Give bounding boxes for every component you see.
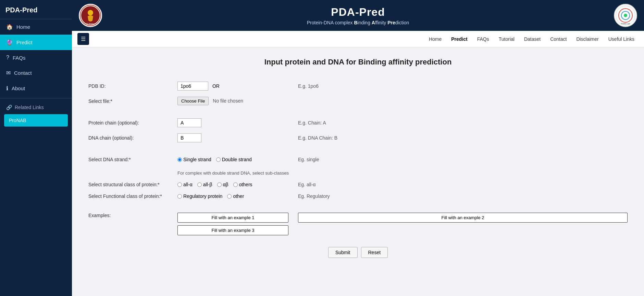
func-class-hint: Eg. Regulatory <box>291 192 630 200</box>
sidebar-item-faqs[interactable]: ? FAQs <box>0 50 72 65</box>
single-strand-radio[interactable] <box>177 157 182 162</box>
dna-chain-hint: E.g. DNA Chain: B <box>291 132 630 144</box>
double-strand-label: Double strand <box>222 157 252 162</box>
link-icon: 🔗 <box>6 105 12 110</box>
right-logo: Protein Lab <box>614 4 637 27</box>
others-radio[interactable] <box>233 182 238 187</box>
main-content: IIT Madras PDA-Pred Protein-DNA complex … <box>72 0 644 296</box>
sidebar-item-about-label: About <box>12 85 25 91</box>
home-icon: 🏠 <box>6 24 13 30</box>
svg-text:Protein Lab: Protein Lab <box>621 23 630 25</box>
regulatory-protein-label: Regulatory protein <box>183 193 222 199</box>
all-beta-label: all-β <box>203 182 212 187</box>
examples-input-cell: Fill with an example 1 Fill with an exam… <box>175 211 291 237</box>
sidebar-title: PDA-Pred <box>0 0 72 19</box>
pdb-id-input[interactable] <box>177 82 208 91</box>
logo-area: IIT Madras <box>79 4 102 27</box>
example-3-button[interactable]: Fill with an example 3 <box>177 225 288 235</box>
all-beta-radio[interactable] <box>197 182 202 187</box>
nav-home[interactable]: Home <box>425 34 446 44</box>
others-option[interactable]: others <box>233 182 252 187</box>
dna-chain-label: DNA chain (optional): <box>86 132 175 144</box>
dna-strand-label: Select DNA strand:* <box>86 155 175 164</box>
single-strand-label: Single strand <box>183 157 211 162</box>
double-strand-radio[interactable] <box>216 157 221 162</box>
double-strand-option[interactable]: Double strand <box>216 157 252 162</box>
example-1-button[interactable]: Fill with an example 1 <box>177 213 288 223</box>
protein-chain-label: Protein chain (optional): <box>86 117 175 129</box>
struct-class-input-cell: all-α all-β αβ others <box>175 180 291 189</box>
sidebar-item-home-label: Home <box>16 24 30 30</box>
nav-disclaimer[interactable]: Disclaimer <box>572 34 603 44</box>
examples-hint-cell: Fill with an example 2 <box>291 211 630 237</box>
pdb-id-row: PDB ID: OR E.g. 1po6 <box>86 80 630 92</box>
nav-useful-links[interactable]: Useful Links <box>604 34 639 44</box>
sidebar-item-predict-label: Predict <box>16 39 33 45</box>
example-buttons-right: Fill with an example 2 <box>298 213 628 223</box>
func-class-input-cell: Regulatory protein other <box>175 192 291 200</box>
struct-class-row: Select structural class of protein:* all… <box>86 180 630 189</box>
protein-chain-input-cell <box>175 117 291 129</box>
pdb-id-or: OR <box>212 83 220 89</box>
other-func-label: other <box>233 193 244 199</box>
example-buttons-left: Fill with an example 1 Fill with an exam… <box>177 213 288 235</box>
subclass-note-row: For complex with double strand DNA, sele… <box>86 167 630 177</box>
example-2-button[interactable]: Fill with an example 2 <box>298 213 628 223</box>
select-file-label: Select file:* <box>86 95 175 107</box>
sidebar-item-about[interactable]: ℹ About <box>0 81 72 96</box>
form-table: PDB ID: OR E.g. 1po6 Select file:* Choos… <box>86 77 630 240</box>
file-hint <box>291 95 630 107</box>
protein-chain-hint: E.g. Chain: A <box>291 117 630 129</box>
others-label: others <box>239 182 252 187</box>
alpha-beta-label: αβ <box>223 182 228 187</box>
select-file-row: Select file:* Choose File No file chosen <box>86 95 630 107</box>
all-alpha-radio[interactable] <box>177 182 182 187</box>
pdb-id-input-cell: OR <box>175 80 291 92</box>
predict-icon: 🔮 <box>6 39 13 46</box>
regulatory-protein-option[interactable]: Regulatory protein <box>177 193 222 199</box>
contact-icon: ✉ <box>6 70 11 76</box>
choose-file-button[interactable]: Choose File <box>177 97 209 105</box>
pronab-button[interactable]: ProNAB <box>4 114 68 127</box>
sidebar-item-predict[interactable]: 🔮 Predict <box>0 35 72 50</box>
left-logo: IIT Madras <box>79 4 102 27</box>
spacer-row-2 <box>86 147 630 152</box>
site-subtitle: Protein-DNA complex Binding Affinity Pre… <box>102 20 614 25</box>
dna-strand-row: Select DNA strand:* Single strand Double… <box>86 155 630 164</box>
dna-strand-radio-group: Single strand Double strand <box>177 157 288 162</box>
file-input-cell: Choose File No file chosen <box>175 95 291 107</box>
spacer-row-1 <box>86 110 630 114</box>
examples-label: Examples: <box>86 211 175 237</box>
all-beta-option[interactable]: all-β <box>197 182 212 187</box>
alpha-beta-radio[interactable] <box>217 182 222 187</box>
nav-faqs[interactable]: FAQs <box>473 34 493 44</box>
protein-chain-input[interactable] <box>177 118 201 127</box>
menu-toggle-button[interactable]: ☰ <box>77 33 89 45</box>
site-title: PDA-Pred <box>102 6 614 19</box>
sidebar-item-home[interactable]: 🏠 Home <box>0 19 72 35</box>
form-title: Input protein and DNA for Binding affini… <box>86 58 630 67</box>
nav-tutorial[interactable]: Tutorial <box>495 34 519 44</box>
single-strand-option[interactable]: Single strand <box>177 157 211 162</box>
func-class-label: Select Functional class of protein:* <box>86 192 175 200</box>
sidebar-item-contact[interactable]: ✉ Contact <box>0 65 72 81</box>
other-func-option[interactable]: other <box>227 193 244 199</box>
dna-chain-input[interactable] <box>177 133 201 142</box>
other-func-radio[interactable] <box>227 194 232 199</box>
submit-row: Submit Reset <box>86 247 630 258</box>
nav-bar: ☰ Home Predict FAQs Tutorial Dataset Con… <box>72 31 644 47</box>
all-alpha-option[interactable]: all-α <box>177 182 193 187</box>
nav-contact[interactable]: Contact <box>546 34 571 44</box>
dna-strand-input-cell: Single strand Double strand <box>175 155 291 164</box>
submit-button[interactable]: Submit <box>328 247 358 258</box>
regulatory-protein-radio[interactable] <box>177 194 182 199</box>
sidebar-item-contact-label: Contact <box>14 70 32 76</box>
nav-dataset[interactable]: Dataset <box>520 34 545 44</box>
nav-predict[interactable]: Predict <box>447 34 471 44</box>
svg-point-1 <box>88 10 93 15</box>
dna-strand-hint: Eg. single <box>291 155 630 164</box>
examples-row: Examples: Fill with an example 1 Fill wi… <box>86 211 630 237</box>
alpha-beta-option[interactable]: αβ <box>217 182 228 187</box>
struct-class-hint: Eg. all-α <box>291 180 630 189</box>
reset-button[interactable]: Reset <box>361 247 388 258</box>
